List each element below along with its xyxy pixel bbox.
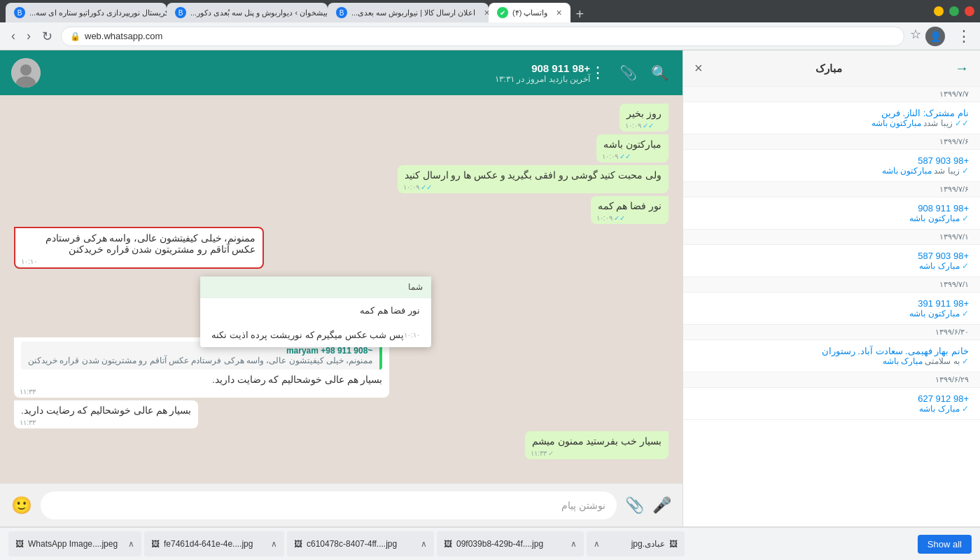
result-name-7: +98 912 627 [694, 393, 969, 404]
tab-close-icon[interactable]: × [484, 7, 489, 18]
contact-status: آخرین بازدید امروز در ۱۳:۳۱ [41, 74, 590, 84]
forwarded-text: ممنونم، خیلی کیفیتشون عالی، واسه هرکی فر… [28, 356, 372, 365]
tab-title-whatsapp: واتساپ (۴) [512, 8, 547, 18]
more-options-icon[interactable]: ⋮ [590, 64, 606, 82]
result-item-2[interactable]: +98 903 587 ✓ زیبا شد مبارکتون باشه [683, 150, 980, 182]
result-item-6[interactable]: خانم بهار فهیمی. سعادت آباد. رستوران ✓ ب… [683, 340, 980, 372]
result-item-5[interactable]: +98 911 391 ✓ مبارکتون باشه [683, 293, 980, 325]
ctx-item-2[interactable]: ۱۰:۱۰ پس شب عکس میگیرم که نوریشت پرده اذ… [200, 323, 431, 347]
result-item-4[interactable]: +98 903 587 ✓ مبارک باشه [683, 245, 980, 277]
profile-icon[interactable]: 👤 [925, 27, 945, 46]
message-input-box[interactable]: نوشتن پیام [41, 491, 617, 519]
message-row-5[interactable]: ممنونم، خیلی کیفیتشون عالی، واسه هرکی فر… [14, 227, 264, 269]
chevron-up-icon[interactable]: ∧ [421, 539, 427, 549]
message-text: ممنونم، خیلی کیفیتشون عالی، واسه هرکی فر… [46, 233, 256, 255]
message-time: ✓ ۱۱:۳۳ [531, 449, 554, 457]
contact-info: +98 911 908 آخرین بازدید امروز در ۱۳:۳۱ [41, 62, 590, 84]
result-date-7: ۱۳۹۹/۶/۲۹ [683, 372, 980, 388]
chat-header: 🔍 📎 ⋮ +98 911 908 آخرین بازدید امروز در … [0, 50, 682, 95]
show-all-button[interactable]: Show all [918, 535, 972, 554]
chevron-up-icon[interactable]: ∧ [570, 539, 577, 549]
header-action-icons: 🔍 📎 ⋮ [590, 64, 668, 82]
extensions-icon[interactable]: ⋮ [956, 27, 972, 46]
ctx-time: ۱۰:۱۰ [404, 331, 420, 339]
result-item-7[interactable]: +98 912 627 ✓ مبارک باشه [683, 388, 980, 420]
maximize-button[interactable] [949, 6, 959, 16]
tab-title: کریستال نوریپردازی دکوراتیو ستاره ای سه.… [29, 8, 167, 18]
result-item-3[interactable]: +98 911 908 ✓ مبارکتون باشه [683, 197, 980, 230]
file-name-5: عبادی.jpg [604, 539, 665, 549]
file-name-4: 09f039b8-429b-4f....jpg [456, 539, 566, 549]
chevron-up-icon[interactable]: ∧ [128, 539, 134, 549]
svg-point-1 [20, 64, 31, 76]
result-msg-7: ✓ مبارک باشه [694, 404, 969, 414]
attach-file-icon[interactable]: 📎 [625, 496, 644, 514]
messages-area: روز بخیر ✓✓ ۱۰:۰۹ مبارکتون باشه ✓✓ ۱۰:۰۹… [0, 95, 682, 483]
message-row-2: مبارکتون باشه ✓✓ ۱۰:۰۹ [596, 134, 668, 162]
download-file-2[interactable]: 🖼 fe7461d4-641e-4e....jpg ∧ [144, 531, 284, 556]
message-text: بسیار هم عالی خوشحالیم که رضایت دارید. [212, 374, 382, 385]
result-date-1: ۱۳۹۹/۷/۷ [683, 87, 980, 102]
tab-notification[interactable]: B اعلان ارسال کالا | نیواربوش سه بعدی...… [328, 3, 489, 22]
search-icon[interactable]: 🔍 [651, 64, 668, 81]
address-bar[interactable]: 🔒 web.whatsapp.com [61, 27, 904, 46]
result-msg-2: ✓ زیبا شد مبارکتون باشه [694, 166, 969, 176]
minimize-button[interactable] [934, 6, 944, 16]
tab-whatsapp[interactable]: ✔ واتساپ (۴) × [489, 3, 570, 22]
download-file-5[interactable]: 🖼 عبادی.jpg ∧ [587, 531, 685, 556]
download-file-3[interactable]: 🖼 c610478c-8407-4ff....jpg ∧ [287, 531, 434, 556]
back-button[interactable]: ‹ [8, 26, 18, 46]
emoji-icon[interactable]: 🙂 [11, 496, 32, 515]
ssl-lock-icon: 🔒 [70, 31, 80, 41]
attach-icon[interactable]: 📎 [620, 64, 637, 81]
result-name-3: +98 911 908 [694, 203, 969, 214]
tab-favicon: B [175, 7, 186, 18]
message-time: ۱۰:۱۰ [21, 258, 37, 265]
file-name-2: fe7461d4-641e-4e....jpg [164, 539, 267, 549]
tab-title: اعلان ارسال کالا | نیواربوش سه بعدی... [351, 8, 475, 18]
result-date-2: ۱۳۹۹/۷/۶ [683, 134, 980, 150]
ctx-you-label: شما [200, 276, 431, 298]
result-name-1: نام مشترک: الناز. فرین [694, 108, 969, 118]
forwarded-sender: ~maryam +98 911 908 [28, 346, 372, 356]
tab-favicon-whatsapp: ✔ [497, 7, 508, 18]
browser-title-bar: B کریستال نوریپردازی دکوراتیو ستاره ای س… [0, 0, 980, 22]
forward-button[interactable]: › [24, 26, 34, 46]
file-icon: 🖼 [294, 539, 302, 549]
url-text: web.whatsapp.com [85, 31, 895, 41]
microphone-icon[interactable]: 🎤 [652, 496, 671, 514]
bookmark-icon[interactable]: ☆ [910, 27, 921, 46]
address-bar-row: ‹ › ↻ 🔒 web.whatsapp.com ☆ 👤 ⋮ [0, 22, 980, 50]
double-check-icon: ✓✓ [643, 122, 654, 130]
msg-highlight: مبارکتون باشه [882, 166, 932, 176]
message-row-4: نور فضا هم کمه ✓✓ ۱۰:۰۹ [591, 196, 668, 224]
ctx-item-1[interactable]: نور فضا هم کمه [200, 298, 431, 323]
result-item-1[interactable]: نام مشترک: الناز. فرین ✓✓ زیبا شدد مبارک… [683, 102, 980, 134]
download-file-4[interactable]: 🖼 09f039b8-429b-4f....jpg ∧ [437, 531, 584, 556]
result-msg-4: ✓ مبارک باشه [694, 261, 969, 271]
panel-arrow-icon[interactable]: → [955, 60, 969, 76]
chat-panel: 🔍 📎 ⋮ +98 911 908 آخرین بازدید امروز در … [0, 50, 682, 526]
message-text: نور فضا هم کمه [598, 201, 662, 211]
tab-crystal[interactable]: B کریستال نوریپردازی دکوراتیو ستاره ای س… [6, 3, 167, 22]
tab-close-whatsapp-icon[interactable]: × [556, 7, 561, 18]
message-text: ولی محبت کنید گوشی رو افقی بگیرید و عکس … [405, 170, 662, 181]
chat-input-area: 🙂 نوشتن پیام 📎 🎤 [0, 483, 682, 526]
message-time: ✓✓ ۱۰:۰۹ [602, 153, 631, 160]
chevron-up-icon[interactable]: ∧ [594, 539, 600, 549]
contact-avatar[interactable] [11, 58, 41, 88]
result-date-5: ۱۳۹۹/۷/۱ [683, 277, 980, 293]
panel-close-icon[interactable]: × [694, 60, 703, 76]
download-file-1[interactable]: 🖼 WhatsApp Image....jpeg ∧ [8, 531, 141, 556]
message-row-8: بسیار هم عالی خوشحالیم که رضایت دارید. ۱… [14, 400, 198, 428]
file-icon: 🖼 [15, 539, 24, 549]
message-selected-container: ممنونم، خیلی کیفیتشون عالی، واسه هرکی فر… [14, 227, 431, 270]
reload-button[interactable]: ↻ [39, 26, 55, 47]
chevron-up-icon[interactable]: ∧ [271, 539, 277, 549]
close-button[interactable] [965, 6, 974, 16]
result-date-4: ۱۳۹۹/۷/۱ [683, 230, 980, 245]
message-text: بسیار هم عالی خوشحالیم که رضایت دارید. [21, 405, 191, 416]
result-date-6: ۱۳۹۹/۶/۳۰ [683, 325, 980, 340]
new-tab-button[interactable]: + [570, 6, 590, 22]
tab-dashboard[interactable]: B بیشخوان › دیواربوش و پنل سه بُعدی دکور… [167, 3, 328, 22]
